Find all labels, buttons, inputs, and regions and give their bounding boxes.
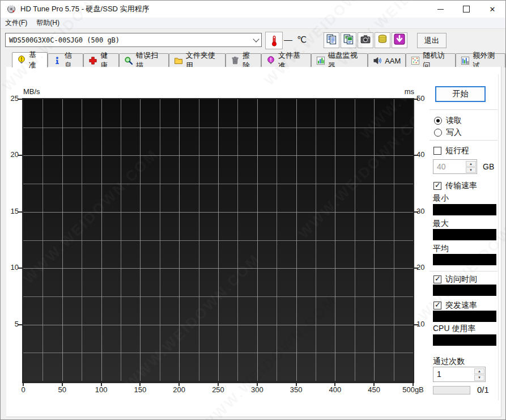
health-icon [88,56,97,65]
gridline [23,155,413,156]
thermometer-icon [269,35,280,46]
checkbox-short-stroke[interactable]: 短行程 [433,146,469,156]
burst-rate-value [433,311,496,322]
radio-write[interactable]: 写入 [434,128,462,138]
axis-tick-label: 450 [362,385,386,394]
copy-text-icon [326,33,337,47]
tab-erase[interactable]: 擦除 [226,53,261,67]
right-axis-unit: ms [392,87,414,96]
panel-edge-line [498,74,499,400]
menu-file[interactable]: 文件(F) [1,18,32,28]
axis-tick [18,268,22,269]
axis-tick-label: 10 [416,320,432,328]
download-button[interactable] [392,32,407,48]
axis-tick-label: 500gB [397,385,429,394]
stepper-down-icon[interactable]: ▼ [466,167,476,173]
drive-select[interactable]: WDS500G3X0C-00SJG0 (500 gB) [5,33,262,47]
tab-extra-tests[interactable]: 额外测试 [456,53,505,67]
copy-image-icon [343,33,354,47]
tab-health[interactable]: 健康 [83,53,119,67]
radio-read[interactable]: 读取 [434,116,462,126]
axis-tick-label: 150 [127,385,152,394]
copy-image-button[interactable] [341,32,356,48]
axis-tick-label: 10 [3,263,19,271]
progress-label: 0/1 [477,385,489,394]
combo-arrow[interactable] [251,33,261,46]
axis-tick-label: 300 [245,385,270,394]
app-icon [7,5,16,14]
axis-tick [414,155,418,156]
axis-tick [414,99,418,100]
stepper-down-icon[interactable]: ▼ [474,375,484,381]
tab-file-benchmark[interactable]: 文件基准 [261,53,311,67]
tab-random-access[interactable]: 随机访问 [406,53,456,67]
axis-tick [296,383,297,386]
tab-bar: 基准信息健康错误扫描文件夹使用擦除文件基准磁盘监视器AAM随机访问额外测试 [12,52,505,67]
capacity-unit-label: GB [483,162,494,171]
stat-max-label: 最大 [433,219,449,229]
tab-disk-monitor[interactable]: 磁盘监视器 [311,53,368,67]
copy-text-button[interactable] [324,32,339,48]
stat-min-label: 最小 [433,193,449,203]
tab-label: 基准 [29,50,42,70]
error-scan-icon [124,56,133,65]
checkbox-transfer-rate[interactable]: 传输速率 [433,181,477,191]
screenshot-button[interactable] [358,32,373,48]
gridline [23,240,413,241]
pass-count-stepper[interactable]: 1 ▲ ▼ [433,367,486,382]
axis-tick [18,99,22,100]
aam-icon [373,56,382,65]
radio-write-label: 写入 [446,128,462,138]
axis-tick-label: 50 [416,94,432,103]
temperature-value: — [284,35,294,44]
capacity-stepper[interactable]: 40 ▲ ▼ [433,159,477,174]
gridline [23,296,413,297]
random-access-icon [411,56,420,65]
burst-rate-label: 突发速率 [445,300,477,311]
tab-benchmark[interactable]: 基准 [12,52,48,67]
checkbox-burst-rate[interactable]: 突发速率 [433,300,477,311]
start-button[interactable]: 开始 [435,86,486,102]
gridline [23,184,413,184]
axis-tick [62,383,63,386]
erase-icon [231,56,240,65]
temperature-unit: ℃ [297,35,308,44]
axis-tick-label: 250 [206,385,231,394]
gridline [23,128,413,128]
minimize-icon [437,9,444,10]
minimize-button[interactable] [427,1,453,18]
radio-write-icon [434,129,442,137]
stepper-buttons: ▲ ▼ [474,367,485,381]
stepper-up-icon[interactable]: ▲ [466,161,476,167]
access-time-label: 访问时间 [445,274,477,285]
tab-info[interactable]: 信息 [48,53,83,67]
checkbox-access-time[interactable]: 访问时间 [433,274,477,285]
axis-tick-label: 20 [3,150,19,159]
tab-aam[interactable]: AAM [368,53,406,67]
benchmark-icon [17,56,26,65]
info-icon [53,56,62,65]
save-icon [377,33,388,47]
tab-folder-usage[interactable]: 文件夹使用 [169,53,226,67]
window-title: HD Tune Pro 5.75 - 硬盘/SSD 实用程序 [20,4,150,14]
axis-tick-label: 100 [89,385,114,394]
radio-read-icon [434,117,442,125]
folder-usage-icon [174,56,183,65]
axis-tick [18,211,22,213]
stepper-up-icon[interactable]: ▲ [474,368,484,375]
save-button[interactable] [375,32,390,48]
axis-tick-label: 15 [3,207,19,215]
menu-help[interactable]: 帮助(H) [32,18,64,28]
menu-bar: 文件(F) 帮助(H) [1,18,505,29]
tab-error-scan[interactable]: 错误扫描 [119,53,169,67]
extra-tests-icon [461,56,470,65]
benchmark-plot [22,98,414,383]
drive-select-value: WDS500G3X0C-00SJG0 (500 gB) [6,36,251,44]
temperature-button[interactable] [265,32,283,49]
maximize-button[interactable] [453,1,479,18]
exit-button[interactable]: 退出 [417,33,447,48]
download-icon [394,33,405,47]
close-button[interactable]: ✕ [479,1,505,18]
checkbox-icon [433,182,441,190]
file-benchmark-icon [266,56,275,65]
